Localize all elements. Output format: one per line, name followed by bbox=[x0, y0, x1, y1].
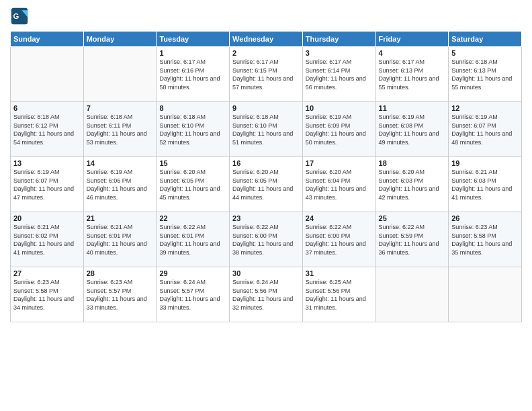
day-number: 5 bbox=[451, 49, 519, 57]
day-number: 22 bbox=[159, 214, 226, 222]
day-cell: 18Sunrise: 6:20 AM Sunset: 6:03 PM Dayli… bbox=[375, 157, 449, 212]
day-number: 4 bbox=[379, 49, 446, 57]
calendar-table: SundayMondayTuesdayWednesdayThursdayFrid… bbox=[10, 31, 522, 322]
day-number: 21 bbox=[87, 214, 154, 222]
logo-icon: G bbox=[10, 7, 29, 26]
day-number: 26 bbox=[451, 214, 519, 222]
day-number: 25 bbox=[379, 214, 446, 222]
day-info: Sunrise: 6:20 AM Sunset: 6:05 PM Dayligh… bbox=[159, 168, 226, 201]
day-number: 8 bbox=[159, 104, 226, 112]
day-info: Sunrise: 6:21 AM Sunset: 6:03 PM Dayligh… bbox=[451, 168, 519, 201]
day-cell: 7Sunrise: 6:18 AM Sunset: 6:11 PM Daylig… bbox=[83, 102, 157, 157]
day-number: 12 bbox=[451, 104, 519, 112]
day-info: Sunrise: 6:25 AM Sunset: 5:56 PM Dayligh… bbox=[306, 278, 373, 312]
week-row-1: 6Sunrise: 6:18 AM Sunset: 6:12 PM Daylig… bbox=[11, 102, 522, 157]
day-info: Sunrise: 6:22 AM Sunset: 6:00 PM Dayligh… bbox=[232, 223, 300, 257]
day-info: Sunrise: 6:17 AM Sunset: 6:13 PM Dayligh… bbox=[379, 58, 446, 91]
day-number: 9 bbox=[232, 104, 300, 112]
day-info: Sunrise: 6:17 AM Sunset: 6:15 PM Dayligh… bbox=[232, 58, 300, 91]
calendar-page: G SundayMondayTuesdayWednesdayThursdayFr… bbox=[0, 0, 532, 411]
day-cell: 9Sunrise: 6:18 AM Sunset: 6:10 PM Daylig… bbox=[230, 102, 303, 157]
day-cell: 30Sunrise: 6:24 AM Sunset: 5:56 PM Dayli… bbox=[230, 267, 303, 322]
day-number: 23 bbox=[232, 214, 300, 222]
header-cell-monday: Monday bbox=[83, 32, 157, 47]
day-cell: 14Sunrise: 6:19 AM Sunset: 6:06 PM Dayli… bbox=[83, 157, 157, 212]
week-row-2: 13Sunrise: 6:19 AM Sunset: 6:07 PM Dayli… bbox=[11, 157, 522, 212]
header-cell-saturday: Saturday bbox=[449, 32, 522, 47]
day-number: 28 bbox=[87, 269, 154, 277]
header-cell-friday: Friday bbox=[375, 32, 449, 47]
day-number: 19 bbox=[451, 159, 519, 167]
day-info: Sunrise: 6:19 AM Sunset: 6:07 PM Dayligh… bbox=[451, 113, 519, 146]
day-cell: 24Sunrise: 6:22 AM Sunset: 6:00 PM Dayli… bbox=[302, 212, 375, 267]
day-info: Sunrise: 6:18 AM Sunset: 6:11 PM Dayligh… bbox=[87, 113, 154, 146]
week-row-4: 27Sunrise: 6:23 AM Sunset: 5:58 PM Dayli… bbox=[11, 267, 522, 322]
day-info: Sunrise: 6:19 AM Sunset: 6:09 PM Dayligh… bbox=[306, 113, 373, 146]
day-info: Sunrise: 6:18 AM Sunset: 6:10 PM Dayligh… bbox=[232, 113, 300, 146]
day-number: 1 bbox=[159, 49, 226, 57]
day-cell: 17Sunrise: 6:20 AM Sunset: 6:04 PM Dayli… bbox=[302, 157, 375, 212]
day-cell: 29Sunrise: 6:24 AM Sunset: 5:57 PM Dayli… bbox=[157, 267, 230, 322]
day-info: Sunrise: 6:20 AM Sunset: 6:05 PM Dayligh… bbox=[232, 168, 300, 201]
day-cell: 4Sunrise: 6:17 AM Sunset: 6:13 PM Daylig… bbox=[375, 47, 449, 102]
day-cell: 16Sunrise: 6:20 AM Sunset: 6:05 PM Dayli… bbox=[230, 157, 303, 212]
day-cell: 5Sunrise: 6:18 AM Sunset: 6:13 PM Daylig… bbox=[449, 47, 522, 102]
day-info: Sunrise: 6:17 AM Sunset: 6:16 PM Dayligh… bbox=[159, 58, 226, 91]
week-row-0: 1Sunrise: 6:17 AM Sunset: 6:16 PM Daylig… bbox=[11, 47, 522, 102]
day-number: 16 bbox=[232, 159, 300, 167]
day-cell bbox=[11, 47, 84, 102]
day-info: Sunrise: 6:19 AM Sunset: 6:08 PM Dayligh… bbox=[379, 113, 446, 146]
day-info: Sunrise: 6:20 AM Sunset: 6:03 PM Dayligh… bbox=[379, 168, 446, 201]
day-number: 2 bbox=[232, 49, 300, 57]
day-cell bbox=[375, 267, 449, 322]
day-info: Sunrise: 6:19 AM Sunset: 6:06 PM Dayligh… bbox=[87, 168, 154, 201]
day-info: Sunrise: 6:18 AM Sunset: 6:12 PM Dayligh… bbox=[13, 113, 81, 146]
day-number: 11 bbox=[379, 104, 446, 112]
day-cell: 22Sunrise: 6:22 AM Sunset: 6:01 PM Dayli… bbox=[157, 212, 230, 267]
day-info: Sunrise: 6:24 AM Sunset: 5:56 PM Dayligh… bbox=[232, 278, 300, 312]
day-info: Sunrise: 6:22 AM Sunset: 6:01 PM Dayligh… bbox=[159, 223, 226, 257]
day-number: 29 bbox=[159, 269, 226, 277]
day-info: Sunrise: 6:22 AM Sunset: 6:00 PM Dayligh… bbox=[306, 223, 373, 257]
day-number: 14 bbox=[87, 159, 154, 167]
day-number: 27 bbox=[13, 269, 81, 277]
day-number: 10 bbox=[306, 104, 373, 112]
day-cell: 1Sunrise: 6:17 AM Sunset: 6:16 PM Daylig… bbox=[157, 47, 230, 102]
day-cell: 8Sunrise: 6:18 AM Sunset: 6:10 PM Daylig… bbox=[157, 102, 230, 157]
svg-text:G: G bbox=[13, 12, 19, 20]
day-info: Sunrise: 6:19 AM Sunset: 6:07 PM Dayligh… bbox=[13, 168, 81, 201]
day-info: Sunrise: 6:22 AM Sunset: 5:59 PM Dayligh… bbox=[379, 223, 446, 257]
day-cell: 11Sunrise: 6:19 AM Sunset: 6:08 PM Dayli… bbox=[375, 102, 449, 157]
day-number: 15 bbox=[159, 159, 226, 167]
logo: G bbox=[10, 7, 32, 26]
day-cell: 21Sunrise: 6:21 AM Sunset: 6:01 PM Dayli… bbox=[83, 212, 157, 267]
day-number: 13 bbox=[13, 159, 81, 167]
day-number: 7 bbox=[87, 104, 154, 112]
header-cell-tuesday: Tuesday bbox=[157, 32, 230, 47]
header-row: SundayMondayTuesdayWednesdayThursdayFrid… bbox=[11, 32, 522, 47]
day-cell: 3Sunrise: 6:17 AM Sunset: 6:14 PM Daylig… bbox=[302, 47, 375, 102]
day-cell: 27Sunrise: 6:23 AM Sunset: 5:58 PM Dayli… bbox=[11, 267, 84, 322]
day-number: 6 bbox=[13, 104, 81, 112]
day-info: Sunrise: 6:21 AM Sunset: 6:02 PM Dayligh… bbox=[13, 223, 81, 257]
day-cell: 6Sunrise: 6:18 AM Sunset: 6:12 PM Daylig… bbox=[11, 102, 84, 157]
day-number: 24 bbox=[306, 214, 373, 222]
week-row-3: 20Sunrise: 6:21 AM Sunset: 6:02 PM Dayli… bbox=[11, 212, 522, 267]
day-cell: 2Sunrise: 6:17 AM Sunset: 6:15 PM Daylig… bbox=[230, 47, 303, 102]
day-cell: 19Sunrise: 6:21 AM Sunset: 6:03 PM Dayli… bbox=[449, 157, 522, 212]
day-cell: 10Sunrise: 6:19 AM Sunset: 6:09 PM Dayli… bbox=[302, 102, 375, 157]
day-cell: 20Sunrise: 6:21 AM Sunset: 6:02 PM Dayli… bbox=[11, 212, 84, 267]
day-cell: 28Sunrise: 6:23 AM Sunset: 5:57 PM Dayli… bbox=[83, 267, 157, 322]
day-cell bbox=[83, 47, 157, 102]
day-number: 31 bbox=[306, 269, 373, 277]
day-info: Sunrise: 6:18 AM Sunset: 6:13 PM Dayligh… bbox=[451, 58, 519, 91]
day-cell bbox=[449, 267, 522, 322]
day-info: Sunrise: 6:23 AM Sunset: 5:58 PM Dayligh… bbox=[451, 223, 519, 257]
day-info: Sunrise: 6:17 AM Sunset: 6:14 PM Dayligh… bbox=[306, 58, 373, 91]
day-cell: 31Sunrise: 6:25 AM Sunset: 5:56 PM Dayli… bbox=[302, 267, 375, 322]
day-info: Sunrise: 6:21 AM Sunset: 6:01 PM Dayligh… bbox=[87, 223, 154, 257]
day-cell: 23Sunrise: 6:22 AM Sunset: 6:00 PM Dayli… bbox=[230, 212, 303, 267]
day-info: Sunrise: 6:23 AM Sunset: 5:57 PM Dayligh… bbox=[87, 278, 154, 312]
day-cell: 12Sunrise: 6:19 AM Sunset: 6:07 PM Dayli… bbox=[449, 102, 522, 157]
day-number: 30 bbox=[232, 269, 300, 277]
